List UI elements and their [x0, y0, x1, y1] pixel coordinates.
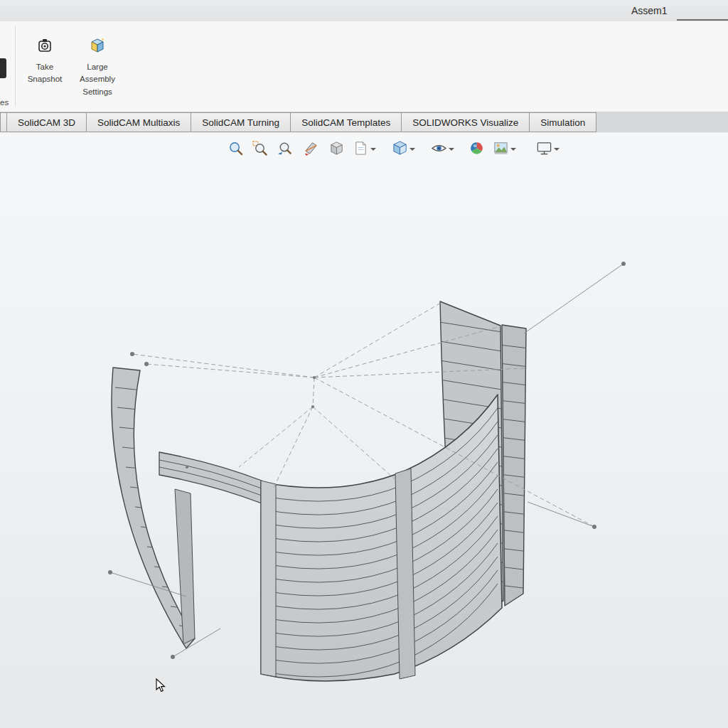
- tab-bar-filler: [596, 112, 728, 132]
- annotation-views-caret-icon[interactable]: [370, 148, 376, 151]
- tab-simulation[interactable]: Simulation: [529, 112, 596, 132]
- large-assembly-settings-button[interactable]: Large Assembly Settings: [71, 37, 124, 98]
- zoom-area-icon[interactable]: [250, 139, 269, 157]
- annotation-views-icon[interactable]: [351, 139, 370, 157]
- view-orientation-caret-icon[interactable]: [410, 148, 415, 151]
- view-settings-caret-icon[interactable]: [554, 148, 560, 151]
- camera-snapshot-icon: [36, 37, 54, 58]
- large-assembly-settings-label: Large Assembly Settings: [71, 61, 124, 98]
- window-title: Assem1: [631, 5, 668, 16]
- title-bar: Assem1: [0, 0, 728, 21]
- tab-bar: SolidCAM 3D SolidCAM Multiaxis SolidCAM …: [0, 112, 728, 132]
- zoom-fit-icon[interactable]: [226, 139, 245, 157]
- mouse-cursor: [156, 679, 165, 692]
- tab-solidworks-visualize[interactable]: SOLIDWORKS Visualize: [401, 112, 530, 132]
- drawing-view-icon[interactable]: [327, 139, 346, 157]
- previous-view-icon[interactable]: [274, 139, 293, 157]
- window-edge-mark-top: [677, 19, 728, 21]
- ribbon: es Take Snapshot Large Assembly Settings: [0, 21, 728, 112]
- tab-solidcam-turning[interactable]: SolidCAM Turning: [191, 112, 291, 132]
- take-snapshot-label: Take Snapshot: [21, 61, 68, 86]
- heads-up-toolbar: [226, 139, 561, 157]
- large-assembly-icon: [88, 37, 107, 58]
- tab-solidcam-multiaxis[interactable]: SolidCAM Multiaxis: [86, 112, 191, 132]
- view-orientation-icon[interactable]: [390, 139, 409, 157]
- model-canvas: [0, 133, 728, 728]
- hide-show-items-caret-icon[interactable]: [449, 148, 454, 151]
- partial-ribbon-label: es: [0, 98, 9, 107]
- ribbon-group-separator: [15, 26, 16, 107]
- edit-appearance-icon[interactable]: [467, 139, 486, 157]
- view-settings-icon[interactable]: [535, 139, 553, 157]
- tab-solidcam-3d[interactable]: SolidCAM 3D: [6, 112, 87, 132]
- model-geometry[interactable]: [112, 301, 529, 681]
- tab-solidcam-templates[interactable]: SolidCAM Templates: [290, 112, 402, 132]
- viewport[interactable]: [0, 133, 728, 728]
- hide-show-items-icon[interactable]: [429, 139, 448, 157]
- apply-scene-icon[interactable]: [491, 139, 510, 157]
- partial-ribbon-icon[interactable]: [0, 58, 6, 78]
- section-view-icon[interactable]: [301, 139, 320, 157]
- apply-scene-caret-icon[interactable]: [510, 148, 516, 151]
- take-snapshot-button[interactable]: Take Snapshot: [21, 37, 68, 86]
